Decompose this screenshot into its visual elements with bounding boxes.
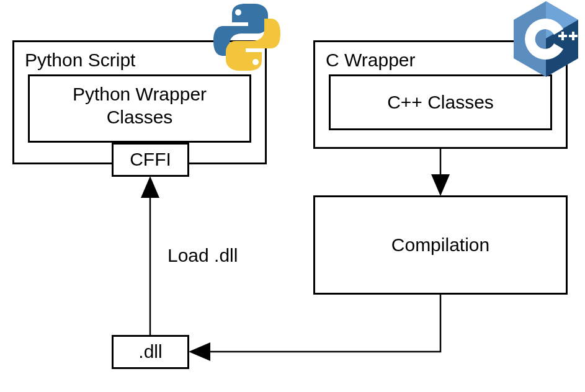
cpp-classes-label: C++ Classes — [329, 92, 552, 114]
load-dll-label: Load .dll — [167, 245, 238, 267]
dll-label: .dll — [112, 341, 189, 363]
svg-rect-6 — [561, 32, 564, 40]
compilation-label: Compilation — [313, 234, 568, 256]
python-logo-icon — [210, 0, 284, 74]
c-wrapper-title: C Wrapper — [326, 50, 416, 71]
python-wrapper-classes-label-line2: Classes — [28, 107, 251, 128]
svg-point-1 — [252, 59, 259, 65]
python-script-title: Python Script — [25, 50, 135, 71]
python-wrapper-classes-label-line1: Python Wrapper — [28, 84, 251, 105]
cffi-label: CFFI — [112, 149, 189, 171]
svg-rect-8 — [572, 32, 574, 40]
svg-point-0 — [235, 9, 241, 16]
arrow-compilation-to-dll — [192, 295, 440, 352]
diagram-stage: Python Script Python Wrapper Classes CFF… — [0, 0, 585, 392]
cpp-logo-icon — [509, 0, 583, 79]
